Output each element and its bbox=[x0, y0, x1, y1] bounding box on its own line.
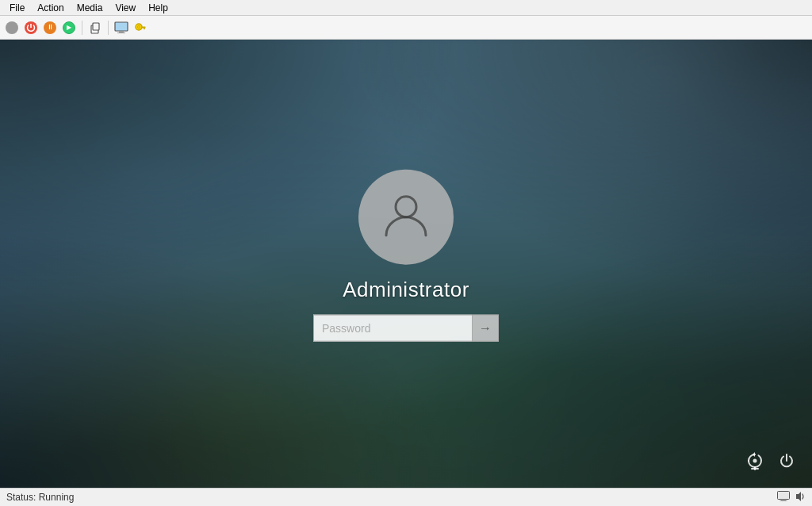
menu-action[interactable]: Action bbox=[31, 0, 70, 15]
power-icon[interactable] bbox=[777, 451, 796, 475]
menu-media[interactable]: Media bbox=[71, 0, 109, 15]
toolbar-separator-1 bbox=[82, 21, 82, 35]
menu-view[interactable]: View bbox=[109, 0, 142, 15]
svg-rect-8 bbox=[144, 28, 145, 29]
user-avatar bbox=[358, 169, 454, 264]
svg-rect-7 bbox=[142, 26, 146, 28]
tb-copy-btn[interactable] bbox=[86, 19, 104, 36]
vm-screen: Administrator → bbox=[0, 40, 812, 488]
svg-point-11 bbox=[396, 196, 416, 217]
svg-marker-19 bbox=[796, 492, 801, 501]
menu-bar: File Action Media View Help bbox=[0, 0, 812, 16]
svg-rect-5 bbox=[117, 33, 125, 33]
svg-rect-18 bbox=[780, 500, 787, 501]
username-label: Administrator bbox=[343, 277, 469, 301]
tb-key-btn[interactable] bbox=[132, 19, 149, 36]
svg-rect-2 bbox=[93, 23, 99, 30]
tb-state-indicator bbox=[3, 19, 21, 36]
tb-monitor-btn[interactable] bbox=[113, 19, 130, 36]
svg-rect-4 bbox=[119, 31, 124, 33]
speaker-icon bbox=[795, 491, 806, 504]
tb-step-btn[interactable]: ▶ bbox=[60, 19, 78, 36]
tb-power-btn[interactable] bbox=[22, 19, 40, 36]
menu-file[interactable]: File bbox=[3, 0, 31, 15]
arrow-icon: → bbox=[479, 320, 492, 335]
menu-help[interactable]: Help bbox=[142, 0, 174, 15]
svg-rect-17 bbox=[781, 499, 786, 500]
svg-point-12 bbox=[753, 459, 757, 463]
svg-point-10 bbox=[138, 26, 140, 28]
toolbar-separator-2 bbox=[108, 21, 109, 35]
login-panel: Administrator → bbox=[313, 169, 499, 341]
bottom-right-controls bbox=[745, 451, 796, 475]
toolbar: ⏸ ▶ bbox=[0, 16, 812, 40]
monitor-small-icon bbox=[777, 491, 790, 504]
password-input[interactable] bbox=[313, 314, 472, 341]
status-bar: Status: Running bbox=[0, 488, 812, 506]
user-avatar-icon bbox=[378, 187, 434, 246]
tb-pause-btn[interactable]: ⏸ bbox=[41, 19, 59, 36]
status-right bbox=[777, 491, 806, 504]
password-row: → bbox=[313, 314, 499, 341]
status-text: Status: Running bbox=[6, 492, 74, 503]
status-label: Status: bbox=[6, 492, 36, 503]
svg-rect-3 bbox=[115, 22, 128, 31]
restart-icon[interactable] bbox=[745, 451, 764, 475]
svg-rect-16 bbox=[778, 491, 790, 499]
password-submit-button[interactable]: → bbox=[472, 314, 499, 341]
status-value: Running bbox=[39, 492, 75, 503]
